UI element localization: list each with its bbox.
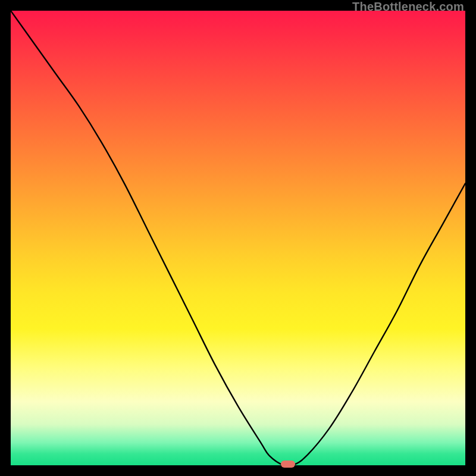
bottleneck-curve xyxy=(11,11,465,465)
plot-area xyxy=(11,11,465,465)
chart-frame: TheBottleneck.com xyxy=(0,0,476,476)
optimal-marker xyxy=(281,461,295,468)
watermark-text: TheBottleneck.com xyxy=(352,0,464,14)
